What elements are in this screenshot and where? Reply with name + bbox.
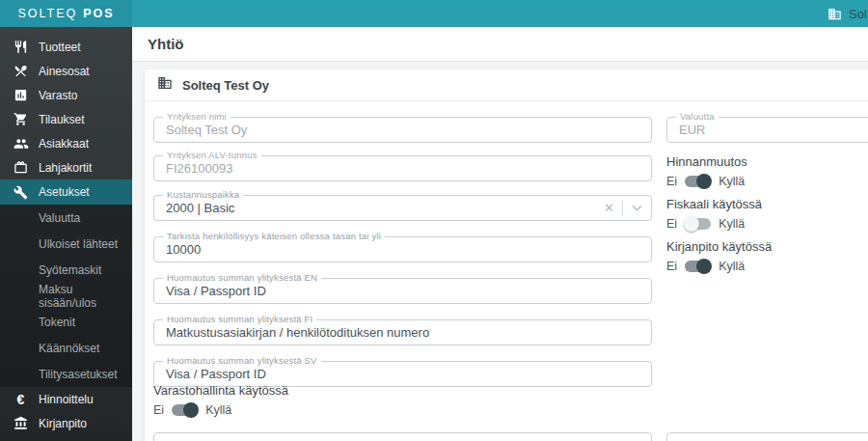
huomautus-fi-field[interactable]: Huomautus summan ylityksestä FI Matkustu… bbox=[153, 319, 652, 345]
valuutta-field: Valuutta EUR bbox=[666, 117, 868, 143]
field-label: Huomautus summan ylityksestä EN bbox=[163, 272, 321, 283]
sidebar-item-label: Lahjakortit bbox=[39, 161, 92, 175]
sidebar-item-label: Ainesosat bbox=[39, 65, 90, 78]
autocomplete-controls: ✕ bbox=[596, 196, 651, 220]
utensils-crossed-icon bbox=[13, 63, 29, 79]
submenu-item-label: Syötemaskit bbox=[39, 263, 101, 277]
field-label: Huomautus summan ylityksestä FI bbox=[163, 314, 316, 324]
toggle-off-text: Ei bbox=[153, 403, 164, 417]
hinnanmuutos-toggle[interactable] bbox=[685, 176, 711, 187]
field-label: Tarkista henkilöllisyys käteisen ollessa… bbox=[163, 231, 385, 241]
sidebar-item-label: Tuotteet bbox=[39, 41, 81, 54]
kirjanpito-toggle-group: Kirjanpito käytössä Ei Kyllä bbox=[666, 239, 772, 273]
building-icon bbox=[827, 7, 842, 21]
submenu-item-label: Tilitysasetukset bbox=[39, 368, 118, 381]
toggle-label: Varastohallinta käytössä bbox=[153, 383, 288, 398]
toggle-knob bbox=[183, 402, 199, 418]
bank-icon bbox=[13, 415, 29, 431]
toggle-knob bbox=[684, 216, 699, 232]
varastohallinta-toggle-group: Varastohallinta käytössä Ei Kyllä bbox=[153, 383, 288, 417]
hinnanmuutos-toggle-group: Hinnanmuutos Ei Kyllä bbox=[666, 154, 747, 188]
toggle-off-text: Ei bbox=[666, 175, 677, 188]
submenu-item-valuutta[interactable]: Valuutta bbox=[0, 205, 132, 231]
page-header: Yhtiö bbox=[132, 27, 868, 62]
toggle-off-text: Ei bbox=[666, 217, 677, 231]
submenu-item-label: Tokenit bbox=[39, 316, 75, 329]
wrench-icon bbox=[13, 184, 29, 201]
sidebar-item-label: Asetukset bbox=[39, 185, 90, 199]
sidebar-item-varasto[interactable]: Varasto bbox=[0, 83, 132, 107]
sidebar: Tuotteet Ainesosat Varasto Tilaukset Asi… bbox=[0, 27, 132, 441]
sidebar-nav: Tuotteet Ainesosat Varasto Tilaukset Asi… bbox=[0, 27, 132, 205]
people-icon bbox=[13, 135, 29, 152]
yrityksen-nimi-field: Yrityksen nimi Solteq Test Oy bbox=[153, 117, 652, 143]
euro-icon: € bbox=[13, 391, 29, 407]
page-title: Yhtiö bbox=[148, 36, 184, 52]
field-label: Yrityksen nimi bbox=[163, 111, 231, 122]
building-icon bbox=[157, 75, 182, 95]
submenu-item-maksu-sisaan-ulos[interactable]: Maksu sisään/ulos bbox=[0, 283, 132, 309]
submenu-item-label: Valuutta bbox=[39, 211, 80, 225]
sidebar-item-asetukset[interactable]: Asetukset bbox=[0, 179, 132, 205]
tarkista-henkilollisyys-field[interactable]: Tarkista henkilöllisyys käteisen ollessa… bbox=[153, 236, 652, 262]
sidebar-item-hinnoittelu[interactable]: € Hinnoittelu bbox=[0, 387, 132, 411]
company-selector-label: Sol bbox=[849, 7, 867, 21]
submenu-item-ulkoiset-lahteet[interactable]: Ulkoiset lähteet bbox=[0, 231, 132, 257]
submenu-item-kaannokset[interactable]: Käännökset bbox=[0, 335, 132, 361]
field-label: Huomautus summan ylityksestä SV bbox=[163, 355, 321, 366]
field-label: Kustannuspaikka bbox=[163, 189, 243, 200]
bottom-left-empty-field[interactable] bbox=[153, 432, 652, 441]
fiskaali-toggle-group: Fiskaali käytössä Ei Kyllä bbox=[666, 197, 762, 231]
varastohallinta-toggle[interactable] bbox=[172, 404, 198, 416]
company-selector-button[interactable]: Sol bbox=[827, 0, 867, 27]
sidebar-item-lahjakortit[interactable]: Lahjakortit bbox=[0, 155, 132, 179]
sidebar-item-label: Kirjanpito bbox=[39, 417, 87, 430]
company-name-heading: Solteq Test Oy bbox=[182, 78, 269, 93]
field-label: Valuutta bbox=[676, 111, 719, 122]
sidebar-item-kirjanpito[interactable]: Kirjanpito bbox=[0, 411, 132, 435]
toggle-knob bbox=[696, 174, 712, 189]
alv-tunnus-field: Yrityksen ALV-tunnus FI26100093 bbox=[153, 155, 652, 181]
submenu-item-tokenit[interactable]: Tokenit bbox=[0, 309, 132, 335]
settings-submenu: Valuutta Ulkoiset lähteet Syötemaskit Ma… bbox=[0, 205, 132, 387]
logo-text-primary: SOLTEQ bbox=[17, 7, 77, 20]
sidebar-item-label: Asiakkaat bbox=[39, 137, 89, 151]
app-logo: SOLTEQ POS bbox=[0, 0, 132, 27]
sidebar-item-tuotteet[interactable]: Tuotteet bbox=[0, 35, 132, 59]
submenu-item-syotemaskit[interactable]: Syötemaskit bbox=[0, 257, 132, 283]
huomautus-en-field[interactable]: Huomautus summan ylityksestä EN Visa / P… bbox=[153, 278, 652, 304]
sidebar-item-asiakkaat[interactable]: Asiakkaat bbox=[0, 131, 132, 155]
fiskaali-toggle[interactable] bbox=[685, 218, 711, 230]
kustannuspaikka-autocomplete[interactable]: Kustannuspaikka 2000 | Basic ✕ bbox=[153, 195, 652, 221]
chevron-down-icon[interactable] bbox=[623, 205, 651, 211]
bar-chart-icon bbox=[13, 87, 29, 103]
toggle-off-text: Ei bbox=[666, 260, 677, 273]
toggle-label: Hinnanmuutos bbox=[666, 154, 747, 169]
sidebar-item-label: Hinnoittelu bbox=[39, 393, 94, 406]
sidebar-item-tilaukset[interactable]: Tilaukset bbox=[0, 107, 132, 131]
logo-text-secondary: POS bbox=[83, 7, 114, 20]
toggle-on-text: Kyllä bbox=[719, 260, 745, 273]
toggle-on-text: Kyllä bbox=[205, 403, 231, 417]
company-card: Solteq Test Oy Yrityksen nimi Solteq Tes… bbox=[145, 69, 868, 441]
top-bar: SOLTEQ POS Sol bbox=[0, 0, 868, 27]
sidebar-item-label: Varasto bbox=[39, 89, 77, 102]
submenu-item-label: Ulkoiset lähteet bbox=[39, 237, 118, 251]
toggle-knob bbox=[696, 259, 712, 274]
restaurant-icon bbox=[13, 39, 29, 55]
toggle-label: Kirjanpito käytössä bbox=[666, 239, 772, 254]
sidebar-item-ainesosat[interactable]: Ainesosat bbox=[0, 59, 132, 83]
clear-icon[interactable]: ✕ bbox=[596, 201, 622, 215]
submenu-item-label: Maksu sisään/ulos bbox=[39, 283, 132, 310]
sidebar-item-label: Tilaukset bbox=[39, 113, 85, 126]
toggle-on-text: Kyllä bbox=[719, 175, 745, 188]
submenu-item-tilitysasetukset[interactable]: Tilitysasetukset bbox=[0, 361, 132, 387]
company-card-header: Solteq Test Oy bbox=[145, 69, 868, 101]
bottom-right-empty-field[interactable] bbox=[666, 432, 868, 441]
giftcard-icon bbox=[13, 159, 29, 176]
shopping-cart-icon bbox=[13, 111, 29, 127]
kirjanpito-toggle[interactable] bbox=[685, 261, 711, 272]
field-label: Yrityksen ALV-tunnus bbox=[163, 150, 261, 160]
toggle-on-text: Kyllä bbox=[719, 217, 745, 231]
toggle-label: Fiskaali käytössä bbox=[666, 197, 762, 211]
